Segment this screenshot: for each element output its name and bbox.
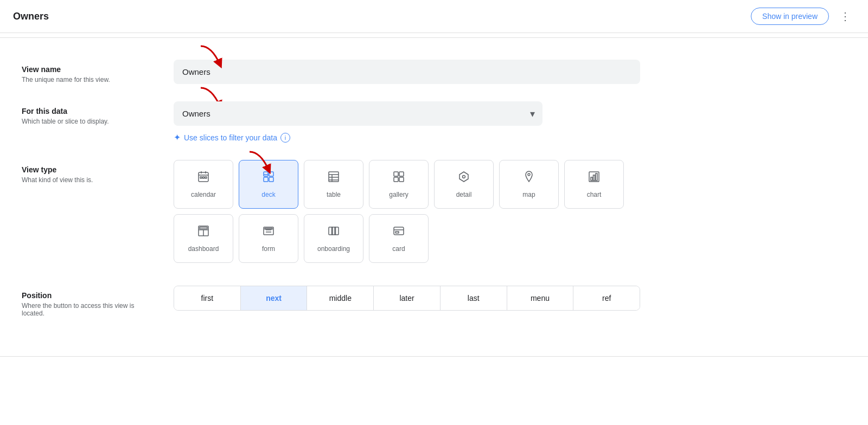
detail-icon xyxy=(457,170,470,186)
view-name-sublabel: The unique name for this view. xyxy=(22,76,152,83)
view-type-onboarding[interactable]: onboarding xyxy=(304,214,363,263)
map-icon xyxy=(522,170,535,186)
view-type-dashboard-label: dashboard xyxy=(188,245,219,253)
more-options-button[interactable]: ⋮ xyxy=(835,8,855,25)
position-input-col: first next middle later last menu xyxy=(174,286,684,311)
svg-rect-10 xyxy=(264,172,268,176)
view-type-form[interactable]: form xyxy=(239,214,298,263)
view-type-dashboard[interactable]: dashboard xyxy=(174,214,233,263)
view-type-input-col: calendar deck xyxy=(174,160,684,268)
svg-rect-12 xyxy=(264,177,268,182)
view-type-map-label: map xyxy=(522,191,535,198)
svg-rect-8 xyxy=(203,177,205,178)
svg-point-25 xyxy=(463,176,465,178)
view-type-row1: calendar deck xyxy=(174,160,684,209)
view-name-row: View name The unique name for this view. xyxy=(22,60,684,84)
view-type-row: View type What kind of view this is. xyxy=(22,160,684,268)
view-type-detail[interactable]: detail xyxy=(434,160,494,209)
position-middle[interactable]: middle xyxy=(307,286,374,310)
deck-icon xyxy=(262,170,275,186)
view-type-detail-label: detail xyxy=(456,191,472,198)
position-later[interactable]: later xyxy=(374,286,441,310)
show-preview-button[interactable]: Show in preview xyxy=(751,8,829,25)
view-type-calendar[interactable]: calendar xyxy=(174,160,233,209)
position-selector: first next middle later last menu xyxy=(174,286,640,311)
main-content: View name The unique name for this view. xyxy=(0,42,705,352)
position-sublabel: Where the button to access this view is … xyxy=(22,302,152,317)
view-type-chart[interactable]: chart xyxy=(564,160,624,209)
view-type-card-label: card xyxy=(392,245,405,253)
slices-filter-link[interactable]: ✦ Use slices to filter your data i xyxy=(174,132,684,143)
position-ref[interactable]: ref xyxy=(573,286,640,310)
view-type-map[interactable]: map xyxy=(499,160,559,209)
table-icon xyxy=(327,170,340,186)
position-menu[interactable]: menu xyxy=(507,286,574,310)
view-type-chart-label: chart xyxy=(587,191,602,198)
svg-rect-11 xyxy=(269,172,273,176)
svg-marker-24 xyxy=(459,172,468,182)
svg-rect-23 xyxy=(399,177,404,182)
sparkle-icon: ✦ xyxy=(174,132,181,143)
svg-rect-21 xyxy=(399,172,404,176)
view-type-table-label: table xyxy=(327,191,341,198)
view-type-table[interactable]: table xyxy=(304,160,363,209)
slices-link-label: Use slices to filter your data xyxy=(184,133,277,142)
svg-rect-29 xyxy=(593,175,595,181)
form-icon xyxy=(262,224,275,241)
position-row: Position Where the button to access this… xyxy=(22,286,684,317)
svg-rect-42 xyxy=(394,227,404,235)
svg-rect-9 xyxy=(205,177,207,178)
view-type-card[interactable]: card xyxy=(369,214,429,263)
card-icon xyxy=(392,224,405,241)
position-label-col: Position Where the button to access this… xyxy=(22,286,152,317)
svg-rect-22 xyxy=(394,177,398,182)
svg-rect-44 xyxy=(395,231,399,233)
view-type-onboarding-label: onboarding xyxy=(317,245,350,253)
for-this-data-sublabel: Which table or slice to display. xyxy=(22,118,152,125)
for-this-data-row: For this data Which table or slice to di… xyxy=(22,101,684,143)
for-this-data-label-col: For this data Which table or slice to di… xyxy=(22,101,152,125)
view-type-label: View type xyxy=(22,165,152,174)
position-next[interactable]: next xyxy=(241,286,308,310)
view-name-input[interactable] xyxy=(174,60,640,84)
view-type-calendar-label: calendar xyxy=(191,191,216,198)
view-type-deck[interactable]: deck xyxy=(239,160,298,209)
for-this-data-label: For this data xyxy=(22,107,152,115)
svg-rect-34 xyxy=(200,227,207,229)
svg-point-26 xyxy=(528,173,530,176)
svg-rect-28 xyxy=(591,177,592,181)
header-actions: Show in preview ⋮ xyxy=(751,8,855,25)
for-this-data-input-col: Owners Table1 Slice1 ▾ ✦ Use slices to f… xyxy=(174,101,684,143)
svg-rect-20 xyxy=(394,172,398,176)
calendar-icon xyxy=(197,170,210,186)
position-label: Position xyxy=(22,291,152,300)
svg-rect-7 xyxy=(200,177,202,178)
view-type-form-label: form xyxy=(262,245,275,253)
view-name-input-col xyxy=(174,60,684,84)
view-type-deck-label: deck xyxy=(261,191,275,198)
chart-icon xyxy=(588,170,601,186)
onboarding-icon xyxy=(327,224,340,241)
view-name-label: View name xyxy=(22,65,152,74)
view-type-gallery[interactable]: gallery xyxy=(369,160,429,209)
position-last[interactable]: last xyxy=(441,286,507,310)
view-type-sublabel: What kind of view this is. xyxy=(22,176,152,184)
svg-rect-13 xyxy=(269,177,273,182)
view-type-gallery-label: gallery xyxy=(389,191,408,198)
view-name-label-col: View name The unique name for this view. xyxy=(22,60,152,83)
svg-rect-38 xyxy=(265,228,272,229)
position-first[interactable]: first xyxy=(174,286,241,310)
dashboard-icon xyxy=(197,224,210,241)
gallery-icon xyxy=(392,170,405,186)
view-type-row2: dashboard form xyxy=(174,214,684,263)
info-icon[interactable]: i xyxy=(280,133,290,143)
page-title: Owners xyxy=(13,11,49,22)
header: Owners Show in preview ⋮ xyxy=(0,0,868,33)
view-type-label-col: View type What kind of view this is. xyxy=(22,160,152,184)
svg-rect-30 xyxy=(596,173,597,181)
data-select[interactable]: Owners Table1 Slice1 xyxy=(174,101,542,126)
data-select-wrapper: Owners Table1 Slice1 ▾ xyxy=(174,101,542,126)
